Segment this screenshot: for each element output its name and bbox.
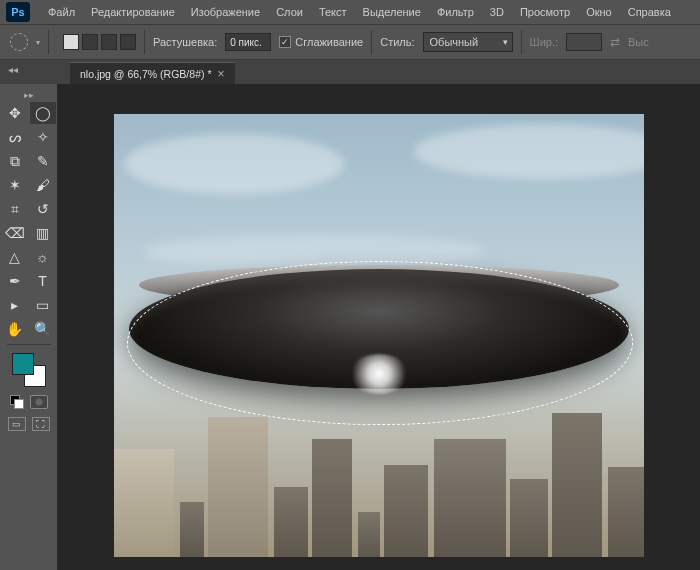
dodge-tool[interactable]: ☼: [30, 246, 56, 268]
width-label: Шир.:: [530, 36, 558, 48]
menu-filter[interactable]: Фильтр: [429, 2, 482, 22]
menu-window[interactable]: Окно: [578, 2, 620, 22]
menu-edit[interactable]: Редактирование: [83, 2, 183, 22]
menu-image[interactable]: Изображение: [183, 2, 268, 22]
eraser-tool[interactable]: ⌫: [2, 222, 28, 244]
screen-mode-icon[interactable]: ▭: [8, 417, 26, 431]
menu-file[interactable]: Файл: [40, 2, 83, 22]
close-icon[interactable]: ×: [217, 67, 224, 81]
marquee-tool[interactable]: ◯: [30, 102, 56, 124]
hand-tool[interactable]: ✋: [2, 318, 28, 340]
selection-add-icon[interactable]: [82, 34, 98, 50]
type-tool[interactable]: T: [30, 270, 56, 292]
selection-intersect-icon[interactable]: [120, 34, 136, 50]
style-label: Стиль:: [380, 36, 414, 48]
menubar: Ps Файл Редактирование Изображение Слои …: [0, 0, 700, 24]
selection-subtract-icon[interactable]: [101, 34, 117, 50]
lasso-tool[interactable]: ᔕ: [2, 126, 28, 148]
tools-panel: ▸▸ ✥◯ᔕ✧⧉✎✶🖌⌗↺⌫▥△☼✒T▸▭✋🔍 ▭ ⛶: [0, 84, 58, 570]
document-tab[interactable]: nlo.jpg @ 66,7% (RGB/8#) * ×: [70, 62, 235, 84]
spot-heal-tool[interactable]: ✶: [2, 174, 28, 196]
canvas-content: [114, 407, 644, 557]
options-bar: ▾ Растушевка: ✓ Сглаживание Стиль: Обычн…: [0, 24, 700, 60]
style-select[interactable]: Обычный: [423, 32, 513, 52]
antialias-label: Сглаживание: [295, 36, 363, 48]
marquee-ellipse-icon[interactable]: [10, 33, 28, 51]
canvas-content: [129, 239, 629, 409]
zoom-tool[interactable]: 🔍: [30, 318, 56, 340]
menu-select[interactable]: Выделение: [355, 2, 429, 22]
app-logo: Ps: [6, 2, 30, 22]
fg-color-swatch[interactable]: [12, 353, 34, 375]
pen-tool[interactable]: ✒: [2, 270, 28, 292]
path-select-tool[interactable]: ▸: [2, 294, 28, 316]
antialias-checkbox[interactable]: ✓ Сглаживание: [279, 36, 363, 48]
selection-new-icon[interactable]: [63, 34, 79, 50]
clone-stamp-tool[interactable]: ⌗: [2, 198, 28, 220]
height-label: Выс: [628, 36, 649, 48]
selection-mode-group: [63, 34, 136, 50]
document-tab-title: nlo.jpg @ 66,7% (RGB/8#) *: [80, 68, 211, 80]
quick-mask-icon[interactable]: [30, 395, 48, 409]
eyedropper-tool[interactable]: ✎: [30, 150, 56, 172]
width-input: [566, 33, 602, 51]
canvas-content: [414, 124, 644, 179]
magic-wand-tool[interactable]: ✧: [30, 126, 56, 148]
canvas-content: [124, 134, 344, 194]
canvas[interactable]: [114, 114, 644, 557]
crop-tool[interactable]: ⧉: [2, 150, 28, 172]
color-swatches[interactable]: [12, 353, 46, 387]
menu-text[interactable]: Текст: [311, 2, 355, 22]
menu-view[interactable]: Просмотр: [512, 2, 578, 22]
tool-preset-chevron-icon[interactable]: ▾: [36, 38, 40, 47]
workarea: [58, 84, 700, 570]
move-tool[interactable]: ✥: [2, 102, 28, 124]
rectangle-tool[interactable]: ▭: [30, 294, 56, 316]
tools-collapse-icon[interactable]: ▸▸: [2, 88, 56, 102]
feather-input[interactable]: [225, 33, 271, 51]
swap-dimensions-icon: ⇄: [610, 35, 620, 49]
gradient-tool[interactable]: ▥: [30, 222, 56, 244]
brush-tool[interactable]: 🖌: [30, 174, 56, 196]
menu-help[interactable]: Справка: [620, 2, 679, 22]
tools-handle-icon[interactable]: ◂◂: [8, 64, 18, 75]
default-colors-icon[interactable]: [10, 395, 24, 409]
blur-tool[interactable]: △: [2, 246, 28, 268]
feather-label: Растушевка:: [153, 36, 217, 48]
history-brush-tool[interactable]: ↺: [30, 198, 56, 220]
menu-3d[interactable]: 3D: [482, 2, 512, 22]
menu-layers[interactable]: Слои: [268, 2, 311, 22]
screen-mode-alt-icon[interactable]: ⛶: [32, 417, 50, 431]
document-tabstrip: nlo.jpg @ 66,7% (RGB/8#) * ×: [0, 60, 700, 84]
